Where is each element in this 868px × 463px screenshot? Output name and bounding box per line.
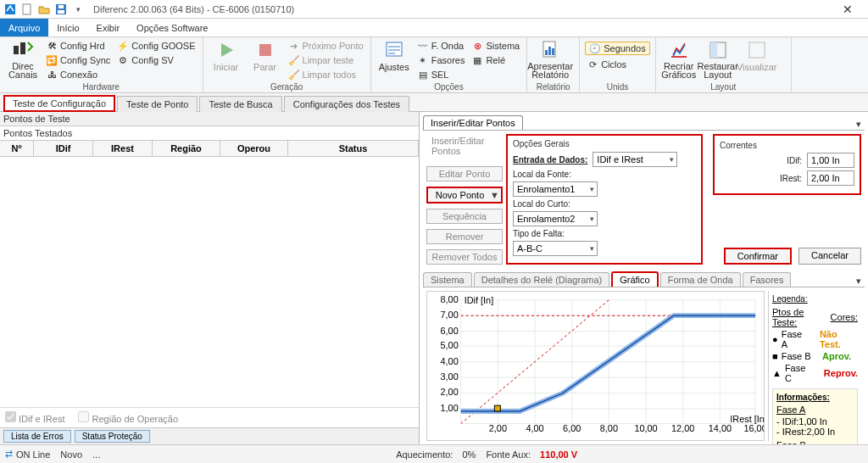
ribbon-group-opcoes: Ajustes 〰F. Onda ✴Fasores ▤SEL ⊗Sistema … (371, 37, 528, 92)
recriar-graficos-button[interactable]: RecriarGráficos (661, 39, 697, 79)
correntes-legend: Correntes (720, 141, 854, 150)
ribbon-group-relatorio: ApresentarRelatório Relatório (527, 37, 580, 92)
chart-area[interactable]: IDif [In] IRest [In] 1,002,003,00 4,005,… (426, 291, 765, 441)
right-pane: Inserir/Editar Pontos ▾ Inserir/Editar P… (420, 112, 868, 444)
restaurar-layout-button[interactable]: RestaurarLayout (700, 39, 736, 79)
close-button[interactable]: ✕ (831, 0, 865, 19)
col-operou[interactable]: Operou (220, 141, 288, 156)
tab-status-protecao[interactable]: Status Proteção (75, 430, 150, 443)
svg-text:2,00: 2,00 (440, 388, 458, 398)
svg-rect-8 (387, 42, 402, 56)
gtab-sistema[interactable]: Sistema (423, 272, 472, 287)
col-no[interactable]: Nº (0, 141, 34, 156)
menu-exibir[interactable]: Exibir (88, 19, 129, 36)
clock-icon: 🕘 (589, 42, 601, 54)
menu-inicio[interactable]: Início (48, 19, 87, 36)
circle-icon: ● (772, 334, 778, 344)
gtab-grafico[interactable]: Gráfico (611, 271, 658, 287)
qat-dropdown-icon[interactable]: ▾ (71, 3, 85, 16)
graph-panel-dropdown-icon[interactable]: ▾ (853, 276, 865, 287)
novo-ponto-button[interactable]: Novo Ponto▼ (426, 187, 503, 204)
tipo-falta-select[interactable]: A-B-C (513, 241, 598, 256)
sequencia-button[interactable]: Sequência (426, 209, 503, 224)
ciclos-toggle[interactable]: ⟳Ciclos (585, 58, 650, 71)
wave-icon: 〰 (417, 40, 429, 52)
tab-teste-configuracao[interactable]: Teste de Configuração (3, 95, 115, 112)
direc-canais-button[interactable]: DirecCanais (5, 39, 41, 79)
limpar-todos-button[interactable]: 🧹Limpar todos (287, 68, 365, 81)
work-area: Pontos de Teste Pontos Testados Nº IDif … (0, 112, 868, 444)
menu-arquivo[interactable]: Arquivo (0, 19, 48, 36)
rele-button[interactable]: ▦Relé (470, 53, 521, 67)
idif-input[interactable]: 1,00 In (807, 153, 854, 168)
iniciar-button[interactable]: Iniciar (209, 39, 244, 72)
editar-ponto-button[interactable]: Editar Ponto (426, 166, 503, 181)
fasores-button[interactable]: ✴Fasores (415, 53, 467, 67)
col-idif[interactable]: IDif (34, 141, 93, 156)
report-icon (539, 39, 561, 61)
new-icon[interactable] (20, 3, 34, 16)
gtab-fasores[interactable]: Fasores (743, 272, 792, 287)
conexao-button[interactable]: 🖧Conexão (44, 68, 112, 81)
system-icon: ⊗ (471, 40, 483, 52)
remover-button[interactable]: Remover (426, 229, 503, 244)
svg-rect-12 (552, 48, 554, 55)
col-regiao[interactable]: Região (153, 141, 220, 156)
config-hrd-button[interactable]: 🛠Config Hrd (44, 39, 112, 53)
gtab-forma-onda[interactable]: Forma de Onda (660, 272, 741, 287)
sistema-button[interactable]: ⊗Sistema (470, 39, 521, 53)
play-icon (215, 39, 237, 61)
config-sv-button[interactable]: ⚙Config SV (115, 53, 197, 67)
status-aquecimento: Aquecimento: 0% (396, 449, 476, 460)
proximo-ponto-button[interactable]: ➔Próximo Ponto (287, 39, 365, 53)
irest-label: IRest: (780, 174, 802, 183)
visualizar-button[interactable]: Visualizar (739, 39, 775, 72)
svg-text:7,00: 7,00 (440, 310, 458, 320)
tab-teste-ponto[interactable]: Teste de Ponto (117, 96, 198, 112)
open-icon[interactable] (37, 3, 51, 16)
apresentar-relatorio-button[interactable]: ApresentarRelatório (532, 39, 568, 79)
ajustes-button[interactable]: Ajustes (376, 39, 412, 72)
segundos-toggle[interactable]: 🕘Segundos (585, 42, 650, 55)
svg-rect-3 (58, 10, 64, 14)
svg-rect-6 (20, 42, 25, 54)
limpar-teste-button[interactable]: 🧹Limpar teste (287, 53, 365, 67)
layout-caption: Layout (661, 81, 786, 92)
tab-teste-busca[interactable]: Teste de Busca (199, 96, 281, 112)
menu-opcoes-software[interactable]: Opções Software (128, 19, 216, 36)
bottom-check-row: IDif e IRest Região de Operação (0, 407, 419, 427)
config-sync-button[interactable]: 🔁Config Sync (44, 53, 112, 67)
svg-rect-14 (710, 42, 717, 58)
fonda-button[interactable]: 〰F. Onda (415, 39, 467, 53)
opcoes-gerais-fieldset: Opções Gerais Entrada de Dados: IDif e I… (506, 134, 703, 265)
remover-todos-button[interactable]: Remover Todos (426, 249, 503, 265)
sel-button[interactable]: ▤SEL (415, 68, 467, 81)
parar-button[interactable]: Parar (248, 39, 283, 72)
grid-body (0, 157, 419, 407)
relatorio-caption: Relatório (532, 81, 574, 92)
save-icon[interactable] (54, 3, 68, 16)
col-irest[interactable]: IRest (93, 141, 153, 156)
confirmar-button[interactable]: Confirmar (724, 248, 792, 265)
ribbon-group-layout: RecriarGráficos RestaurarLayout Visualiz… (656, 37, 792, 92)
chk-regiao-operacao[interactable]: Região de Operação (78, 411, 178, 424)
square-icon: ■ (772, 351, 778, 361)
config-goose-button[interactable]: ⚡Config GOOSE (115, 39, 197, 53)
col-status[interactable]: Status (288, 141, 419, 156)
entrada-dados-select[interactable]: IDif e IRest (593, 152, 677, 167)
tab-config-testes[interactable]: Configurações dos Testes (284, 96, 409, 112)
irest-input[interactable]: 2,00 In (807, 170, 854, 186)
chk-idif-irest[interactable]: IDif e IRest (5, 411, 64, 424)
legend-fase-a: ●Fase A Não Test. (772, 329, 858, 349)
pontos-testados-title: Pontos Testados (0, 126, 419, 141)
panel-dropdown-icon[interactable]: ▾ (853, 119, 865, 130)
quick-access-toolbar: ▾ (3, 3, 86, 16)
tab-lista-erros[interactable]: Lista de Erros (3, 430, 71, 443)
tab-inserir-editar[interactable]: Inserir/Editar Pontos (423, 115, 523, 130)
svg-rect-10 (545, 50, 548, 55)
legend-box: Legenda: Ptos de Teste: Cores: ●Fase A N… (768, 291, 861, 441)
cancelar-button[interactable]: Cancelar (798, 248, 861, 265)
gtab-detalhes[interactable]: Detalhes do Relé (Diagrama) (474, 272, 609, 287)
local-curto-select[interactable]: Enrolamento2 (513, 211, 598, 226)
local-fonte-select[interactable]: Enrolamento1 (513, 181, 598, 197)
